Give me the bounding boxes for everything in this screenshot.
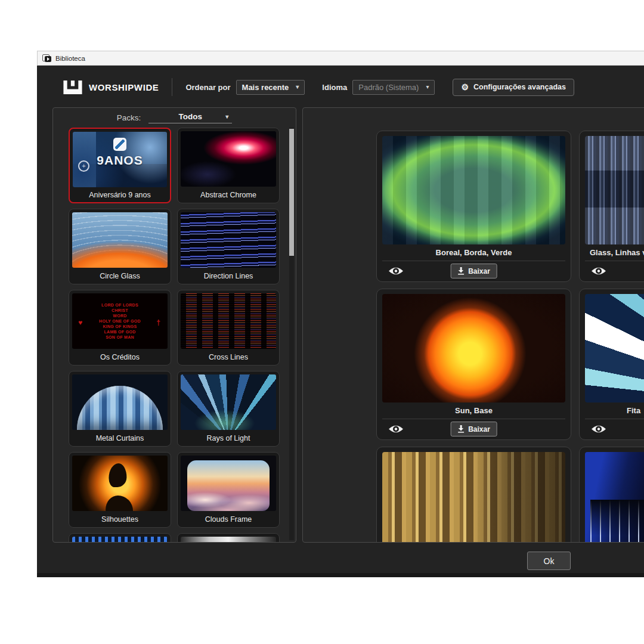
media-grid: Boreal, Borda, Verde [376,131,644,543]
credits-line: King of Kings [103,324,137,329]
brand-name: WORSHIPWIDE [89,82,159,92]
pack-tile-rays-of-light[interactable]: Rays of Light [177,371,280,447]
play-icon [45,56,51,62]
media-card-fita[interactable]: Fita Baixar [579,289,644,440]
preview-button[interactable] [591,266,606,276]
advanced-settings-label: Configurações avançadas [473,83,566,91]
packs-sidebar: Packs: Todos ▾ 9ANOS + Aniversário 9 ano… [52,107,296,543]
preview-button[interactable] [388,424,404,434]
media-controls: Baixar [382,261,565,281]
pack-label: Abstract Chrome [181,187,276,203]
heart-icon: ♥ [78,318,82,327]
download-icon [457,267,464,275]
header: WORSHIPWIDE Ordenar por Mais recente ▾ I… [37,66,644,109]
media-title: Sun, Base [382,402,565,419]
titlebar[interactable]: Biblioteca [37,51,644,66]
pack-thumbnail [72,212,168,268]
brand-logo: WORSHIPWIDE [62,79,159,95]
pack-label: Rays of Light [181,430,276,446]
pack-label: Cross Lines [181,349,276,365]
packs-select[interactable]: Todos ▾ [148,112,232,123]
pack-tile-aniversario-9-anos[interactable]: 9ANOS + Aniversário 9 anos [69,128,171,203]
pack-label: Silhouettes [72,511,168,527]
pack-tile-clouds-frame[interactable]: Clouds Frame [177,452,280,528]
pack-thumbnail: 9ANOS + [73,132,167,187]
pack-tile-circle-glass[interactable]: Circle Glass [69,209,171,284]
eye-icon [591,266,606,276]
credits-line: Christ [112,308,128,313]
media-card-sun[interactable]: Sun, Base Baixar [376,289,571,440]
pack-tile-silhouettes[interactable]: Silhouettes [69,452,171,528]
media-preview [585,136,644,244]
eye-icon [591,424,606,434]
page: { "window": { "title": "Biblioteca" }, "… [0,0,644,644]
pack-grid: 9ANOS + Aniversário 9 anos Abstract Chro… [69,128,280,543]
language-select[interactable]: Padrão (Sistema) ▾ [352,80,435,95]
window-title: Biblioteca [55,55,85,62]
packs-filter-row: Packs: Todos ▾ [53,108,296,128]
pack-thumbnail [181,293,276,349]
download-icon [457,425,464,433]
download-label: Baixar [468,425,490,434]
app-icon [42,54,51,62]
preview-button[interactable] [388,266,404,276]
ok-label: Ok [544,556,555,566]
chevron-down-icon: ▾ [426,84,429,90]
media-card-gold[interactable] [376,447,571,543]
cross-icon: † [156,318,160,327]
sidebar-scrollbar[interactable] [289,128,294,540]
media-preview [585,294,644,402]
credits-line: Lord of Lords [101,302,138,308]
credits-line: Word [113,313,126,318]
eye-icon [388,424,404,434]
chevron-down-icon: ▾ [296,84,299,90]
preview-button[interactable] [591,424,606,434]
media-preview [585,452,644,543]
download-button[interactable]: Baixar [450,264,497,278]
pack-label: Direction Lines [181,268,276,284]
pack-tile-partial-right[interactable] [177,533,280,543]
worshipwide-logo-icon [62,79,83,95]
pack-thumbnail [181,212,276,268]
packs-label: Packs: [117,113,141,122]
pack-label: Aniversário 9 anos [73,187,167,202]
media-preview [382,294,565,402]
advanced-settings-button[interactable]: ⚙ Configurações avançadas [453,79,574,96]
credits-line: Lamb of God [104,329,135,335]
pack-tile-abstract-chrome[interactable]: Abstract Chrome [177,128,280,203]
media-panel: Boreal, Borda, Verde [302,107,644,543]
media-card-boreal[interactable]: Boreal, Borda, Verde [376,131,571,282]
download-label: Baixar [468,267,490,275]
language-select-value: Padrão (Sistema) [358,83,419,92]
header-divider [172,78,172,96]
media-title: Boreal, Borda, Verde [382,244,565,261]
pack-tile-os-creditos[interactable]: Lord of Lords Christ Word Holy One of Go… [69,290,171,366]
media-card-glass[interactable]: Glass, Linhas ve Ba [579,131,644,282]
pack-thumbnail [181,456,276,511]
media-controls: Baixar [585,261,644,281]
sort-select-value: Mais recente [242,83,289,92]
media-controls: Baixar [585,419,644,439]
library-window: Biblioteca WORSHIPWIDE Ordenar por Mais … [37,51,644,577]
pack-label: Circle Glass [72,268,168,284]
packs-select-value: Todos [179,112,203,121]
media-card-blue-curve[interactable] [579,447,644,543]
anniversary-logo-icon [113,138,126,151]
sidebar-scrollbar-thumb[interactable] [289,129,294,256]
sort-select[interactable]: Mais recente ▾ [236,80,305,95]
media-title: Fita [585,402,644,419]
pack-thumbnail [72,456,168,511]
download-button[interactable]: Baixar [450,422,497,436]
ok-button[interactable]: Ok [527,552,571,570]
pack-tile-metal-curtains[interactable]: Metal Curtains [69,371,171,447]
media-preview [382,136,565,244]
gear-icon: ⚙ [461,83,469,91]
plus-icon: + [78,160,89,172]
pack-thumbnail [72,374,168,430]
pack-thumbnail [181,537,276,543]
media-preview [382,452,565,543]
pack-tile-partial-left[interactable] [69,533,171,543]
pack-tile-cross-lines[interactable]: Cross Lines [177,290,280,366]
chevron-down-icon: ▾ [225,113,228,120]
pack-tile-direction-lines[interactable]: Direction Lines [177,209,280,284]
